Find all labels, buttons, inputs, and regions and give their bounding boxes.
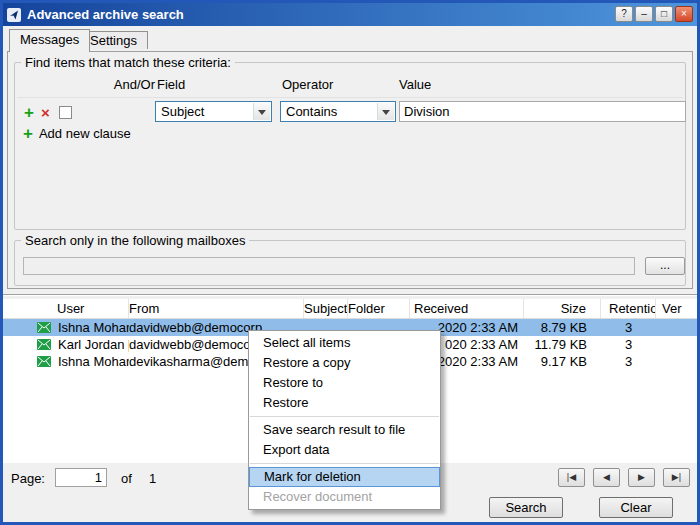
menu-separator [250, 463, 439, 464]
plus-icon: + [23, 125, 33, 142]
menu-item-restore[interactable]: Restore [249, 393, 440, 413]
menu-item-save-search-result-to-file[interactable]: Save search result to file [249, 420, 440, 440]
page-nav-buttons: |◀ ◀ ▶ ▶| [558, 468, 690, 487]
operator-dropdown[interactable]: Contains [280, 101, 396, 122]
menu-item-export-data[interactable]: Export data [249, 440, 440, 460]
field-dropdown-value: Subject [161, 104, 204, 119]
column-label-operator: Operator [282, 77, 333, 92]
menu-item-mark-for-deletion[interactable]: Mark for deletion [249, 467, 440, 487]
cell-user: Ishna Mohan [5] [58, 354, 129, 369]
column-header-subject[interactable]: Subject [304, 299, 348, 318]
mailboxes-group: Search only in the following mailboxes .… [14, 240, 686, 286]
page-input[interactable] [55, 468, 107, 487]
criteria-header-divider [17, 97, 683, 98]
column-header-version[interactable]: Ver [656, 299, 697, 318]
context-menu: Select all items Restore a copy Restore … [248, 330, 441, 510]
messages-tab-panel: Find items that match these criteria: An… [7, 51, 693, 289]
menu-item-select-all-items[interactable]: Select all items [249, 333, 440, 353]
previous-page-button[interactable]: ◀ [593, 468, 620, 487]
cell-size: 9.17 KB [524, 354, 601, 369]
menu-item-restore-to[interactable]: Restore to [249, 373, 440, 393]
mailboxes-input[interactable] [23, 257, 635, 275]
page-label: Page: [11, 471, 45, 486]
mail-icon [37, 339, 51, 350]
help-button[interactable]: ? [615, 6, 633, 22]
chevron-down-icon [377, 103, 394, 120]
add-new-clause-link[interactable]: + Add new clause [23, 125, 131, 142]
menu-separator [250, 416, 439, 417]
criteria-group: Find items that match these criteria: An… [14, 62, 686, 230]
cell-retention: 3 [601, 320, 656, 335]
panel-divider [3, 294, 697, 296]
operator-dropdown-value: Contains [286, 104, 337, 119]
column-header-received[interactable]: Received [410, 299, 524, 318]
cell-size: 8.79 KB [524, 320, 601, 335]
title-bar: Advanced archive search ? – □ × [3, 3, 697, 26]
clause-checkbox[interactable] [59, 106, 72, 119]
column-header-size[interactable]: Size [524, 299, 601, 318]
column-header-retention[interactable]: Retention [601, 299, 656, 318]
column-header-folder[interactable]: Folder [348, 299, 410, 318]
window-controls: ? – □ × [615, 6, 693, 22]
menu-item-restore-a-copy[interactable]: Restore a copy [249, 353, 440, 373]
column-header-from[interactable]: From [129, 299, 304, 318]
mailboxes-group-label: Search only in the following mailboxes [21, 233, 249, 248]
window-title: Advanced archive search [27, 7, 184, 22]
clear-button[interactable]: Clear [599, 497, 673, 518]
search-button[interactable]: Search [489, 497, 563, 518]
cell-retention: 3 [601, 354, 656, 369]
criteria-group-label: Find items that match these criteria: [21, 55, 235, 70]
cell-user: Karl Jordan [7] [58, 337, 129, 352]
tab-messages[interactable]: Messages [9, 29, 90, 52]
window: Advanced archive search ? – □ × Messages… [0, 0, 700, 525]
page-of-label: of [121, 471, 132, 486]
first-page-button[interactable]: |◀ [558, 468, 585, 487]
column-label-andor: And/Or [70, 77, 155, 92]
column-header-user[interactable]: User [3, 299, 129, 318]
column-label-value: Value [399, 77, 431, 92]
chevron-down-icon [253, 103, 270, 120]
menu-item-recover-document: Recover document [249, 487, 440, 507]
cell-size: 11.79 KB [524, 337, 601, 352]
results-table-header: User From Subject Folder Received Size R… [3, 299, 697, 319]
cell-user: Ishna Mohan [5] [58, 320, 129, 335]
cell-retention: 3 [601, 337, 656, 352]
value-input[interactable] [399, 101, 686, 122]
mail-icon [37, 356, 51, 367]
field-dropdown[interactable]: Subject [155, 101, 272, 122]
last-page-button[interactable]: ▶| [663, 468, 690, 487]
mail-icon [37, 322, 51, 333]
app-icon [7, 8, 21, 22]
add-row-icon[interactable]: + [24, 104, 34, 121]
minimize-button[interactable]: – [635, 6, 653, 22]
add-new-clause-label: Add new clause [39, 126, 131, 141]
next-page-button[interactable]: ▶ [628, 468, 655, 487]
browse-button[interactable]: ... [645, 257, 685, 275]
close-button[interactable]: × [675, 6, 693, 22]
page-total: 1 [149, 471, 156, 486]
maximize-button[interactable]: □ [655, 6, 673, 22]
column-label-field: Field [157, 77, 185, 92]
remove-row-icon[interactable]: × [41, 105, 50, 120]
